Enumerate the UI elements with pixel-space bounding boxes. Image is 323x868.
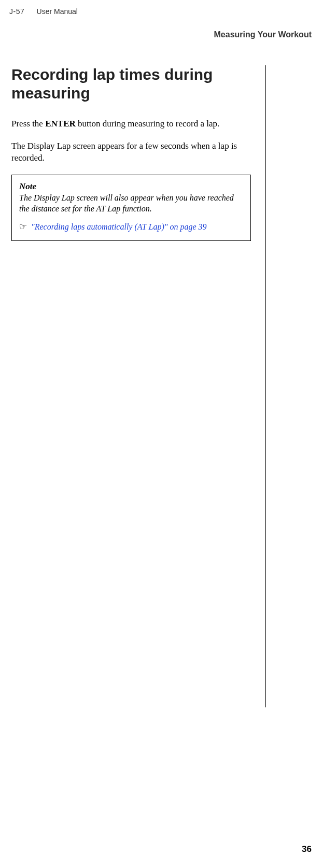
right-column — [266, 65, 312, 707]
hand-icon: ☞ — [19, 222, 27, 232]
para1-post: button during measuring to record a lap. — [76, 119, 220, 129]
intro-paragraph: Press the ENTER button during measuring … — [11, 118, 251, 130]
left-column: Recording lap times during measuring Pre… — [11, 65, 266, 707]
enter-button-label: ENTER — [45, 119, 76, 129]
note-body: The Display Lap screen will also appear … — [19, 193, 243, 215]
para1-pre: Press the — [11, 119, 45, 129]
note-box: Note The Display Lap screen will also ap… — [11, 175, 251, 241]
running-header: J-57 User Manual — [0, 0, 323, 16]
section-title: Measuring Your Workout — [0, 16, 323, 39]
note-heading: Note — [19, 181, 243, 192]
manual-label: User Manual — [37, 7, 78, 16]
model-id: J-57 — [9, 7, 24, 16]
display-lap-paragraph: The Display Lap screen appears for a few… — [11, 140, 251, 164]
header-separator — [26, 7, 35, 16]
page-title: Recording lap times during measuring — [11, 65, 251, 103]
content-columns: Recording lap times during measuring Pre… — [0, 39, 323, 707]
page-number: 36 — [302, 844, 312, 855]
cross-reference: ☞ "Recording laps automatically (AT Lap)… — [19, 221, 243, 232]
xref-link[interactable]: "Recording laps automatically (AT Lap)" … — [31, 222, 207, 231]
